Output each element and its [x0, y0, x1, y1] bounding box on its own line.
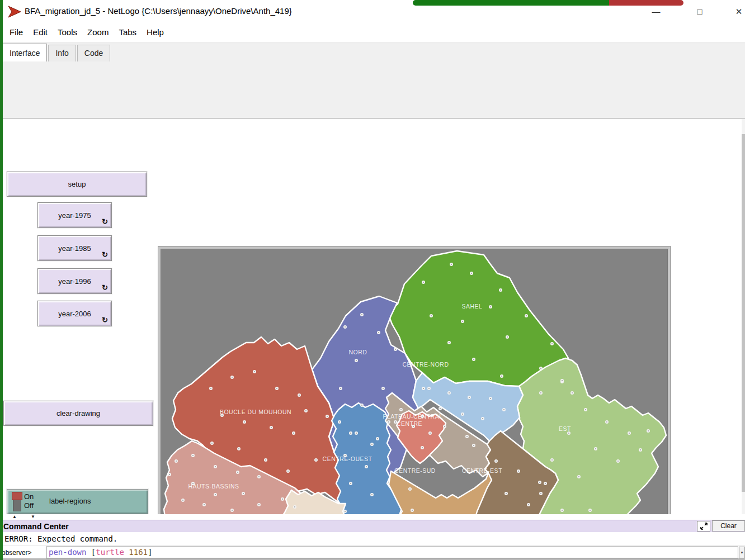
settlement-dot-center	[473, 445, 474, 446]
command-output: ERROR: Expected command.	[0, 532, 745, 546]
settlement-dot-center	[271, 427, 272, 428]
settlement-dot-center	[215, 466, 216, 467]
command-input[interactable]: pen-down [turtle 1161]	[46, 547, 738, 558]
label-regions-switch[interactable]: On Off label-regions	[7, 489, 148, 514]
menu-item-tools[interactable]: Tools	[53, 25, 82, 39]
year-1996-button[interactable]: year-1996↻	[37, 268, 112, 294]
minimize-button[interactable]: —	[648, 6, 664, 18]
command-center-header: Command Center	[0, 520, 745, 532]
close-button[interactable]: ✕	[730, 6, 745, 18]
settlement-dot-center	[388, 421, 389, 423]
region-label-centre-est: CENTRE-EST	[462, 467, 502, 474]
region-label-sahel: SAHEL	[462, 303, 483, 310]
settlement-dot-center	[526, 315, 527, 316]
splitter-up-icon[interactable]: ▲	[12, 514, 17, 519]
forever-icon: ↻	[102, 217, 108, 226]
switch-knob-icon[interactable]	[12, 492, 22, 500]
settlement-dot-center	[210, 388, 211, 389]
settlement-dot-center	[287, 471, 289, 472]
settlement-dot-center	[503, 409, 504, 410]
command-center-splitter[interactable]: ▲ ▼	[0, 514, 745, 520]
settlement-dot-center	[562, 380, 563, 381]
region-label-hauts-bassins: HAUTS-BASSINS	[188, 483, 239, 490]
settlement-dot-center	[423, 282, 424, 283]
tab-interface[interactable]: Interface	[2, 44, 47, 61]
command-center-expand-button[interactable]	[697, 521, 710, 531]
settlement-dot-center	[258, 504, 260, 505]
settlement-dot-center	[423, 388, 424, 389]
menu-item-tabs[interactable]: Tabs	[114, 25, 142, 39]
settlement-dot-center	[629, 433, 630, 434]
settlement-dot-center	[545, 483, 546, 484]
settlement-dot-center	[640, 449, 641, 450]
settlement-dot-center	[232, 377, 233, 378]
settlement-dot-center	[361, 405, 362, 406]
year-1985-button[interactable]: year-1985↻	[37, 235, 112, 261]
menu-item-help[interactable]: Help	[142, 25, 169, 39]
settlement-dot-center	[500, 290, 501, 291]
window-title: BFA_migration_jd_5 - NetLogo {C:\Users\j…	[25, 6, 292, 16]
settlement-dot-center	[422, 447, 423, 448]
world-view[interactable]: SAHELESTNORDCENTRE-NORDBOUCLE DU MOUHOUN…	[158, 246, 670, 560]
settlement-dot-center	[540, 368, 541, 369]
setup-label: setup	[68, 180, 86, 188]
settlement-dot-center	[339, 421, 340, 423]
settlement-dot-center	[378, 332, 379, 333]
command-history-button[interactable]: ▾	[739, 547, 745, 558]
menu-item-file[interactable]: File	[4, 25, 28, 39]
observer-prompt[interactable]: observer>	[2, 548, 32, 557]
clear-drawing-button[interactable]: clear-drawing	[3, 401, 153, 426]
scrollbar-thumb[interactable]	[742, 134, 745, 492]
settlement-dot-center	[371, 444, 372, 445]
settlement-dot-center	[409, 488, 411, 490]
vertical-scrollbar[interactable]	[742, 119, 745, 517]
settlement-dot-center	[595, 448, 596, 449]
settlement-dot-center	[496, 461, 497, 462]
command-center-title: Command Center	[3, 522, 69, 531]
settlement-dot-center	[462, 414, 463, 415]
settlement-dot-center	[444, 426, 445, 427]
year-2006-button[interactable]: year-2006↻	[37, 301, 112, 326]
settlement-dot-center	[578, 476, 579, 477]
clear-button[interactable]: Clear	[712, 520, 745, 531]
settlement-dot-center	[305, 410, 307, 411]
settlement-dot-center	[244, 421, 245, 423]
settlement-dot-center	[551, 459, 553, 461]
settlement-dot-center	[469, 397, 470, 398]
menu-item-zoom[interactable]: Zoom	[82, 25, 114, 39]
tab-row: InterfaceInfoCode	[0, 43, 745, 61]
settlement-dot-center	[237, 472, 238, 473]
settlement-dot-center	[449, 342, 450, 343]
settlement-dot-center	[215, 494, 216, 495]
maximize-button[interactable]: □	[691, 6, 708, 18]
settlement-dot-center	[430, 433, 431, 434]
year-2006-label: year-2006	[58, 310, 91, 318]
tab-info[interactable]: Info	[48, 45, 76, 61]
settlement-dot-center	[350, 433, 351, 434]
settlement-dot-center	[258, 476, 260, 477]
settlement-dot-center	[506, 493, 507, 494]
menu-bar: FileEditToolsZoomTabsHelp	[0, 22, 745, 42]
settlement-dot-center	[451, 264, 452, 265]
settlement-dot-center	[540, 493, 541, 494]
settlement-dot-center	[440, 408, 441, 409]
settlement-dot-center	[431, 315, 432, 316]
settlement-dot-center	[340, 388, 341, 389]
menu-item-edit[interactable]: Edit	[28, 25, 53, 39]
tab-code[interactable]: Code	[77, 45, 110, 61]
region-label-boucle-du-mouhoun: BOUCLE DU MOUHOUN	[220, 409, 291, 415]
settlement-dot-center	[540, 392, 541, 393]
forever-icon: ↻	[102, 283, 108, 292]
settlement-dot-center	[182, 500, 183, 501]
settlement-dot-center	[176, 461, 177, 462]
setup-button[interactable]: setup	[7, 172, 147, 197]
region-label-centre-nord: CENTRE-NORD	[402, 361, 449, 368]
settlement-dot-center	[243, 493, 244, 494]
burkina-faso-map: SAHELESTNORDCENTRE-NORDBOUCLE DU MOUHOUN…	[161, 249, 668, 560]
command-token: turtle	[96, 548, 124, 557]
command-token: [	[86, 548, 96, 557]
recording-progress-green	[413, 0, 609, 6]
splitter-down-icon[interactable]: ▼	[31, 514, 35, 519]
year-1975-button[interactable]: year-1975↻	[37, 202, 112, 228]
settlement-dot-center	[350, 483, 351, 484]
